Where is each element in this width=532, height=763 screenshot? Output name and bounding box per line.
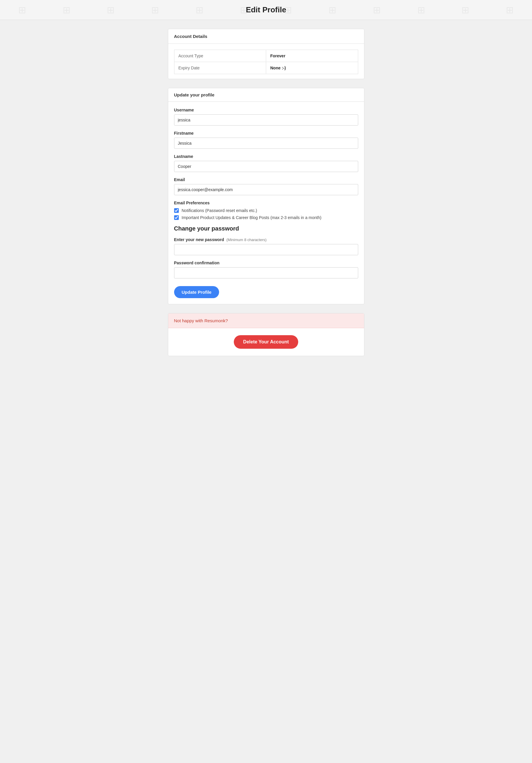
lastname-input[interactable] bbox=[174, 161, 358, 172]
delete-account-button[interactable]: Delete Your Account bbox=[234, 335, 298, 349]
page-header: ⊞ ⊞ ⊞ ⊞ ⊞ ⊞ ⊞ ⊞ ⊞ ⊞ ⊞ ⊞ Edit Profile bbox=[0, 0, 532, 20]
update-profile-heading: Update your profile bbox=[168, 88, 364, 102]
delete-account-card: Not happy with Resumonk? Delete Your Acc… bbox=[168, 313, 365, 356]
expiry-date-value: None :-) bbox=[266, 62, 358, 74]
password-hint: (Minimum 8 characters) bbox=[226, 238, 267, 242]
notifications-checkbox-label[interactable]: Notifications (Password reset emails etc… bbox=[174, 208, 358, 213]
update-profile-card: Update your profile Username Firstname L… bbox=[168, 88, 365, 304]
username-group: Username bbox=[174, 108, 358, 126]
firstname-label: Firstname bbox=[174, 131, 358, 136]
account-type-value: Forever bbox=[266, 50, 358, 62]
new-password-label: Enter your new password (Minimum 8 chara… bbox=[174, 237, 358, 242]
notifications-checkbox[interactable] bbox=[174, 208, 179, 213]
account-details-heading: Account Details bbox=[168, 29, 364, 44]
username-label: Username bbox=[174, 108, 358, 112]
account-details-card: Account Details Account Type Forever Exp… bbox=[168, 29, 365, 79]
page-container: Account Details Account Type Forever Exp… bbox=[163, 20, 369, 374]
page-title: Edit Profile bbox=[0, 5, 532, 14]
firstname-group: Firstname bbox=[174, 131, 358, 149]
notifications-checkbox-text: Notifications (Password reset emails etc… bbox=[182, 208, 257, 213]
lastname-label: Lastname bbox=[174, 154, 358, 159]
delete-warning-text: Not happy with Resumonk? bbox=[174, 318, 228, 323]
firstname-input[interactable] bbox=[174, 138, 358, 149]
email-group: Email bbox=[174, 177, 358, 195]
email-label: Email bbox=[174, 177, 358, 182]
change-password-section: Change your password bbox=[174, 225, 358, 232]
account-details-table: Account Type Forever Expiry Date None :-… bbox=[174, 50, 358, 74]
email-preferences-title: Email Preferences bbox=[174, 200, 358, 205]
update-profile-button[interactable]: Update Profile bbox=[174, 286, 219, 298]
password-confirmation-input[interactable] bbox=[174, 267, 358, 278]
delete-button-area: Delete Your Account bbox=[168, 328, 364, 356]
table-row: Expiry Date None :-) bbox=[174, 62, 358, 74]
account-type-label: Account Type bbox=[174, 50, 266, 62]
email-preferences-group: Email Preferences Notifications (Passwor… bbox=[174, 200, 358, 220]
new-password-group: Enter your new password (Minimum 8 chara… bbox=[174, 237, 358, 255]
change-password-title: Change your password bbox=[174, 225, 358, 232]
product-updates-checkbox-label[interactable]: Important Product Updates & Career Blog … bbox=[174, 215, 358, 220]
delete-warning-banner: Not happy with Resumonk? bbox=[168, 313, 364, 328]
lastname-group: Lastname bbox=[174, 154, 358, 172]
password-confirmation-group: Password confirmation bbox=[174, 261, 358, 278]
table-row: Account Type Forever bbox=[174, 50, 358, 62]
product-updates-checkbox[interactable] bbox=[174, 215, 179, 220]
expiry-date-label: Expiry Date bbox=[174, 62, 266, 74]
email-input[interactable] bbox=[174, 184, 358, 195]
account-details-body: Account Type Forever Expiry Date None :-… bbox=[168, 44, 364, 79]
product-updates-checkbox-text: Important Product Updates & Career Blog … bbox=[182, 215, 321, 220]
profile-form: Username Firstname Lastname Email Email … bbox=[168, 102, 364, 304]
new-password-input[interactable] bbox=[174, 244, 358, 255]
username-input[interactable] bbox=[174, 114, 358, 126]
password-confirmation-label: Password confirmation bbox=[174, 261, 358, 265]
